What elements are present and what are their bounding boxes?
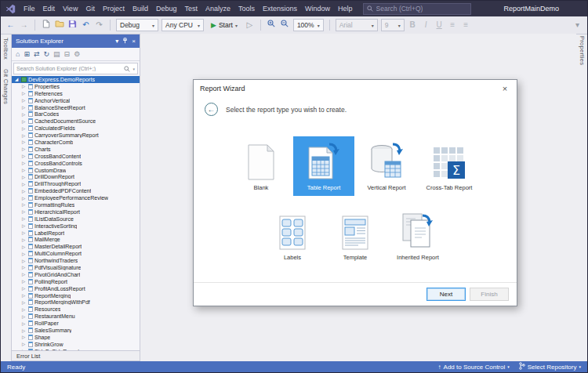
menu-item[interactable]: Test — [180, 1, 201, 16]
tree-item[interactable]: ▷ EmbeddedPDFContent — [12, 187, 140, 194]
align-left-icon[interactable]: ≡ — [448, 20, 458, 31]
zoom-out-icon[interactable] — [280, 20, 290, 31]
close-icon[interactable]: × — [132, 38, 136, 45]
tree-item[interactable]: ▷ EmployeePerformanceReview — [12, 194, 140, 201]
expander-icon[interactable]: ▷ — [22, 119, 27, 124]
expander-icon[interactable]: ▷ — [22, 182, 27, 186]
expander-icon[interactable]: ▷ — [22, 105, 27, 110]
menu-item[interactable]: Git — [82, 1, 99, 16]
side-tab[interactable]: Toolbox — [2, 38, 9, 60]
dialog-titlebar[interactable]: Report Wizard × — [194, 80, 517, 96]
tree-item[interactable]: ▷ CarryoverSummaryReport — [12, 132, 140, 139]
expander-icon[interactable]: ▷ — [22, 189, 27, 194]
tree-item[interactable]: ▷ ShrinkGrow — [12, 341, 140, 348]
finish-button[interactable]: Finish — [470, 288, 509, 301]
expander-icon[interactable]: ▷ — [22, 237, 27, 242]
underline-icon[interactable]: U — [434, 20, 445, 31]
dialog-close-button[interactable]: × — [499, 84, 510, 93]
tree-item[interactable]: ▷ IListDataSource — [12, 215, 140, 223]
tree-item[interactable]: ▷ BarCodes — [12, 110, 140, 118]
tree-item[interactable]: ▷ References — [12, 90, 140, 97]
menu-item[interactable]: Window — [301, 1, 334, 16]
solution-search-input[interactable]: Search Solution Explorer (Ctrl+;) ▾ — [13, 63, 138, 74]
tree-item[interactable]: ▷ FormattingRules — [12, 201, 140, 208]
tree-item[interactable]: ▷ ProfitAndLossReport — [12, 285, 140, 292]
expander-icon[interactable]: ▷ — [22, 279, 27, 284]
expander-icon[interactable]: ▷ — [22, 342, 27, 346]
expander-icon[interactable]: ▷ — [22, 161, 27, 165]
expander-icon[interactable]: ▷ — [22, 168, 27, 172]
menu-item[interactable]: Build — [129, 1, 152, 16]
solution-explorer-header[interactable]: Solution Explorer ▾ × — [12, 34, 140, 48]
global-search-input[interactable]: Search (Ctrl+Q) — [363, 3, 471, 15]
scope-icon[interactable]: ⊞ — [24, 48, 30, 60]
report-type-inherited-report[interactable]: Inherited Report — [387, 206, 448, 266]
collapse-all-icon[interactable]: ⊟ — [64, 48, 71, 60]
start-without-debugging-icon[interactable]: ▷ — [245, 20, 255, 31]
new-file-icon[interactable] — [41, 20, 51, 31]
expander-icon[interactable]: ▷ — [22, 259, 27, 263]
side-tab[interactable]: Properties — [579, 36, 586, 65]
tree-item[interactable]: ▷ ReportMerging — [12, 292, 140, 299]
undo-icon[interactable]: ↶ — [81, 20, 91, 31]
expander-icon[interactable]: ▷ — [22, 209, 27, 214]
expander-icon[interactable]: ▷ — [22, 335, 27, 339]
tree-item[interactable]: ▷ DrillDownReport — [12, 173, 140, 180]
menu-item[interactable]: Help — [334, 1, 357, 16]
error-list-tab[interactable]: Error List — [12, 350, 140, 360]
next-button[interactable]: Next — [426, 288, 466, 301]
refresh-icon[interactable]: ↻ — [44, 48, 50, 60]
configuration-dropdown[interactable]: Debug ▾ — [116, 19, 158, 31]
italic-icon[interactable]: I — [421, 20, 431, 31]
expander-icon[interactable]: ▷ — [22, 196, 27, 201]
expander-icon[interactable]: ▷ — [22, 147, 27, 151]
report-type-labels[interactable]: Labels — [262, 206, 323, 266]
save-icon[interactable] — [67, 20, 78, 31]
expander-icon[interactable]: ▷ — [22, 265, 27, 270]
tree-item[interactable]: ▷ Resources — [12, 306, 140, 313]
tree-item[interactable]: ▷ NorthwindTraders — [12, 257, 140, 264]
properties-gear-icon[interactable]: ⚙ — [74, 48, 80, 60]
expander-icon[interactable]: ▷ — [22, 307, 27, 312]
expander-icon[interactable]: ▷ — [22, 91, 27, 96]
expander-icon[interactable]: ▷ — [22, 230, 27, 235]
expander-icon[interactable]: ▷ — [22, 139, 27, 144]
tree-item[interactable]: ▷ RollPaper — [12, 320, 140, 327]
expander-icon[interactable]: ▷ — [22, 133, 27, 138]
tree-item[interactable]: ▷ PdfVisualSignature — [12, 264, 140, 271]
tree-item[interactable]: ▷ PivotGridAndChart — [12, 271, 140, 278]
tree-item[interactable]: ▷ SalesSummary — [12, 327, 140, 334]
expander-icon[interactable]: ▷ — [22, 216, 27, 221]
redo-icon[interactable]: ↷ — [94, 20, 104, 31]
menu-item[interactable]: Project — [99, 1, 129, 16]
tree-item[interactable]: ▷ CrossBandControls — [12, 160, 140, 167]
expander-icon[interactable]: ▷ — [22, 252, 27, 256]
toolbar-overflow-icon[interactable]: ▾ — [572, 20, 583, 31]
navigate-forward-icon[interactable]: → — [19, 20, 29, 31]
report-type-blank[interactable]: Blank — [230, 136, 292, 196]
tree-item[interactable]: ▷ BalanceSheetReport — [12, 104, 140, 111]
expander-icon[interactable]: ▷ — [22, 328, 27, 333]
tree-item[interactable]: ▷ DrillThroughReport — [12, 180, 140, 187]
tree-item[interactable]: ▷ HierarchicalReport — [12, 208, 140, 215]
tree-item[interactable]: ▷ Properties — [12, 83, 140, 90]
report-type-template[interactable]: Template — [325, 206, 386, 266]
bold-icon[interactable]: B — [408, 20, 418, 31]
menu-item[interactable]: File — [20, 1, 39, 16]
expander-icon[interactable]: ▷ — [22, 112, 27, 117]
menu-item[interactable]: Tools — [234, 1, 259, 16]
tree-item[interactable]: ▷ InteractiveSorting — [12, 223, 140, 230]
platform-dropdown[interactable]: Any CPU ▾ — [162, 19, 204, 31]
report-type-vertical-report[interactable]: Vertical Report — [356, 136, 417, 196]
tree-item[interactable]: ▷ CalculatedFields — [12, 125, 140, 132]
tree-item[interactable]: ▷ Charts — [12, 146, 140, 153]
report-type-cross-tab-report[interactable]: Σ Cross-Tab Report — [419, 136, 480, 196]
open-folder-icon[interactable] — [54, 20, 64, 31]
font-size-dropdown[interactable]: 9 ▾ — [381, 19, 405, 31]
navigate-back-icon[interactable]: ← — [5, 20, 16, 31]
menu-item[interactable]: View — [59, 1, 82, 16]
report-type-table-report[interactable]: Table Report — [293, 136, 354, 196]
expander-icon[interactable]: ▷ — [22, 98, 27, 103]
expander-icon[interactable]: ▷ — [22, 314, 27, 319]
zoom-level-dropdown[interactable]: 100% ▾ — [293, 19, 324, 31]
